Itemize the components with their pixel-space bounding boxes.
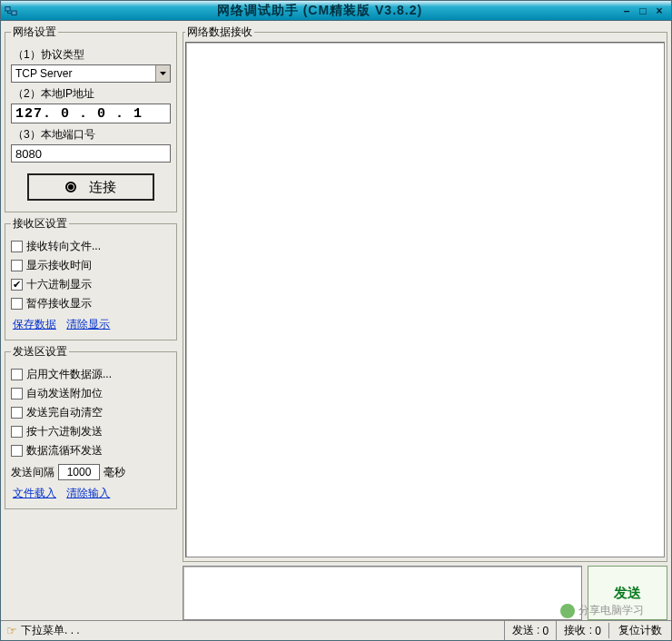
maximize-button[interactable]: □: [635, 5, 651, 17]
recv-data-group: 网络数据接收: [183, 25, 667, 562]
checkbox-label: 发送完自动清空: [26, 405, 103, 420]
protocol-type-value: TCP Server: [12, 67, 155, 80]
status-bar: ☞ 下拉菜单. . . 发送 : 0 接收 : 0 复位计数: [1, 620, 671, 640]
recv-textarea[interactable]: [185, 42, 665, 557]
clear-input-link[interactable]: 清除输入: [66, 487, 110, 499]
status-sent: 发送 : 0: [504, 621, 557, 640]
recv-option-2[interactable]: 十六进制显示: [11, 277, 171, 292]
send-interval-suffix: 毫秒: [104, 465, 125, 480]
recv-option-3[interactable]: 暂停接收显示: [11, 296, 171, 311]
record-icon: [65, 182, 76, 192]
checkbox-label: 暂停接收显示: [26, 296, 92, 311]
checkbox-icon[interactable]: [11, 388, 23, 399]
checkbox-icon[interactable]: [11, 426, 23, 438]
app-icon: [5, 5, 17, 17]
checkbox-label: 十六进制显示: [26, 277, 92, 292]
send-textarea[interactable]: [183, 566, 582, 620]
save-data-link[interactable]: 保存数据: [13, 318, 56, 330]
network-settings-group: 网络设置 （1）协议类型 TCP Server （2）本地IP地址 127. 0…: [5, 25, 177, 212]
window-title: 网络调试助手 (CM精装版 V3.8.2): [21, 3, 618, 19]
checkbox-label: 自动发送附加位: [26, 386, 103, 401]
send-option-3[interactable]: 按十六进制发送: [11, 424, 171, 439]
app-window: 网络调试助手 (CM精装版 V3.8.2) – □ × 网络设置 （1）协议类型…: [0, 0, 672, 641]
send-option-4[interactable]: 数据流循环发送: [11, 443, 171, 459]
checkbox-label: 显示接收时间: [26, 258, 92, 273]
send-interval-input[interactable]: 1000: [58, 464, 100, 480]
watermark: 分享电脑学习: [560, 603, 644, 618]
chevron-down-icon[interactable]: [155, 65, 170, 82]
connect-button[interactable]: 连接: [27, 173, 154, 201]
checkbox-icon[interactable]: [11, 369, 23, 380]
connect-button-label: 连接: [89, 179, 116, 196]
recv-data-legend: 网络数据接收: [185, 25, 254, 40]
checkbox-label: 接收转向文件...: [26, 239, 101, 254]
checkbox-icon[interactable]: [11, 241, 23, 252]
checkbox-label: 按十六进制发送: [26, 424, 103, 439]
send-interval-prefix: 发送间隔: [11, 465, 54, 480]
checkbox-icon[interactable]: [11, 279, 23, 291]
send-settings-legend: 发送区设置: [11, 344, 69, 360]
reset-counter-button[interactable]: 复位计数: [608, 623, 671, 638]
dropdown-menu-button[interactable]: ☞ 下拉菜单. . .: [1, 623, 89, 638]
minimize-button[interactable]: –: [618, 5, 635, 17]
recv-option-0[interactable]: 接收转向文件...: [11, 239, 171, 254]
file-load-link[interactable]: 文件载入: [13, 487, 56, 499]
status-recv: 接收 : 0: [556, 621, 608, 640]
title-bar: 网络调试助手 (CM精装版 V3.8.2) – □ ×: [1, 1, 671, 21]
hand-icon: ☞: [6, 624, 17, 637]
recv-settings-group: 接收区设置 接收转向文件...显示接收时间十六进制显示暂停接收显示 保存数据 清…: [5, 216, 177, 340]
protocol-type-select[interactable]: TCP Server: [11, 64, 171, 83]
send-option-1[interactable]: 自动发送附加位: [11, 386, 171, 401]
wechat-icon: [560, 604, 575, 618]
local-port-label: （3）本地端口号: [13, 127, 171, 143]
protocol-type-label: （1）协议类型: [13, 47, 171, 63]
local-ip-label: （2）本地IP地址: [13, 86, 171, 102]
checkbox-icon[interactable]: [11, 298, 23, 310]
send-option-2[interactable]: 发送完自动清空: [11, 405, 171, 420]
checkbox-label: 启用文件数据源...: [26, 367, 112, 382]
checkbox-icon[interactable]: [11, 260, 23, 271]
checkbox-icon[interactable]: [11, 445, 23, 457]
send-option-0[interactable]: 启用文件数据源...: [11, 367, 171, 382]
svg-rect-0: [5, 6, 10, 10]
recv-settings-legend: 接收区设置: [11, 216, 69, 232]
svg-rect-1: [12, 11, 16, 15]
local-port-input[interactable]: 8080: [11, 144, 171, 163]
local-ip-input[interactable]: 127. 0 . 0 . 1: [11, 104, 171, 123]
send-settings-group: 发送区设置 启用文件数据源...自动发送附加位发送完自动清空按十六进制发送数据流…: [5, 344, 177, 509]
checkbox-icon[interactable]: [11, 407, 23, 419]
svg-marker-2: [160, 72, 166, 75]
close-button[interactable]: ×: [651, 5, 667, 17]
clear-display-link[interactable]: 清除显示: [66, 318, 110, 330]
recv-option-1[interactable]: 显示接收时间: [11, 258, 171, 273]
checkbox-label: 数据流循环发送: [26, 443, 103, 459]
network-settings-legend: 网络设置: [11, 25, 58, 40]
